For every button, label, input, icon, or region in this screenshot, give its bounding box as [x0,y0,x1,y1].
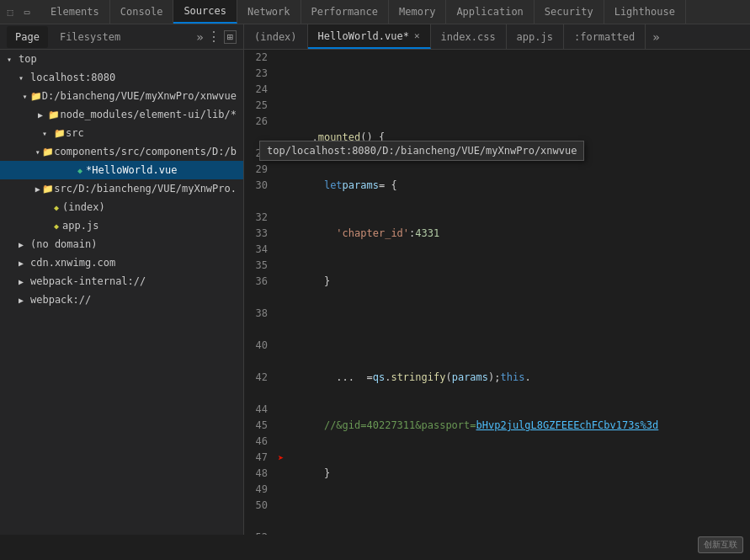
arrow-top: ▾ [7,55,19,64]
file-tab-helloworld[interactable]: HelloWorld.vue* ✕ [308,24,431,49]
file-icon-helloworld: ◆ [77,166,82,175]
code-lines: , mounted() { let params = { 'chapter_id… [293,50,750,535]
file-tabs: (index) HelloWorld.vue* ✕ index.css app.… [244,24,750,49]
sidebar-label-helloworld: *HelloWorld.vue [86,164,177,176]
line-numbers: 22 23 24 25 26 28 29 30 32 33 34 35 36 3… [244,50,278,535]
more-panel-options[interactable]: » [196,30,203,44]
more-file-tabs[interactable]: » [646,30,666,44]
panel-tab-page[interactable]: Page [7,26,48,48]
code-line-blank1 [300,322,743,338]
arrow-webpack: ▶ [19,296,30,305]
folder-icon-d-biancheng: 📁 [30,91,42,102]
sidebar-item-no-domain[interactable]: ▶ (no domain) [0,235,243,253]
arrow-cdn: ▶ [19,259,30,268]
folder-icon-components: 📁 [42,147,54,157]
folder-icon-src: 📁 [54,128,66,139]
sidebar-label-top: top [19,53,37,65]
arrow-webpack-internal: ▶ [19,277,30,286]
watermark: 创新互联 [698,536,743,553]
sidebar-item-cdn[interactable]: ▶ cdn.xnwimg.com [0,253,243,272]
file-icon-index: ◆ [54,203,59,212]
code-content: 22 23 24 25 26 28 29 30 32 33 34 35 36 3… [244,50,750,535]
arrow-d-biancheng: ▾ [23,92,30,101]
sidebar-item-node-modules[interactable]: ▶ 📁 node_modules/element-ui/lib/* [0,105,243,124]
arrow-no-domain: ▶ [19,240,30,249]
folder-icon-node-modules: 📁 [48,109,60,120]
code-line-29: //&gid=40227311&passport=bHvp2julgL8GZFE… [300,418,743,434]
panel-tab-filesystem[interactable]: Filesystem [51,26,129,48]
tab-network[interactable]: Network [237,0,301,24]
file-tab-formatted-label: :formatted [574,31,635,43]
code-line-24: let params = { [300,178,743,194]
file-tab-appjs[interactable]: app.js [507,24,564,49]
folder-icon-src-d: 📁 [42,184,54,195]
file-tab-helloworld-label: HelloWorld.vue* [318,30,409,42]
sidebar-label-src-d: src/D:/biancheng/VUE/myXnwPro. [54,183,237,195]
code-line-22 [300,82,743,98]
devtools-tab-nav: Elements Console Sources Network Perform… [40,0,747,24]
sources-sidebar: ▾ top ▾ localhost:8080 ▾ 📁 D:/biancheng/… [0,50,244,535]
code-line-28: ... =qs.stringify(params); this. [300,370,743,386]
tab-application[interactable]: Application [446,0,534,24]
file-tab-formatted[interactable]: :formatted [564,24,646,49]
sidebar-item-webpack-internal[interactable]: ▶ webpack-internal:// [0,272,243,291]
sidebar-item-d-biancheng[interactable]: ▾ 📁 D:/biancheng/VUE/myXnwPro/xnwvue [0,87,243,105]
panel-menu-icon[interactable]: ⋮ [207,29,221,45]
code-line-30: } [300,466,743,482]
arrow-node-modules: ▶ [38,110,48,120]
sidebar-label-cdn: cdn.xnwimg.com [30,257,115,269]
sidebar-label-webpack: webpack:// [30,294,91,306]
sidebar-label-components: components/src/components/D:/b [54,146,237,157]
arrow-src-d: ▶ [35,184,42,194]
sidebar-label-index: (index) [62,201,105,213]
inspect-icon[interactable]: ⬚ [3,5,17,19]
arrow-components: ▾ [35,147,42,157]
sidebar-item-appjs[interactable]: ◆ app.js [0,216,243,235]
sidebar-item-components-src[interactable]: ▾ 📁 components/src/components/D:/b [0,142,243,161]
sidebar-item-index[interactable]: ◆ (index) [0,198,243,216]
sidebar-item-webpack[interactable]: ▶ webpack:// [0,291,243,309]
code-editor[interactable]: top/localhost:8080/D:/biancheng/VUE/myXn… [244,50,750,535]
tab-lighthouse[interactable]: Lighthouse [604,0,686,24]
file-tab-index-label: (index) [254,31,297,43]
tab-sources[interactable]: Sources [173,0,237,24]
sidebar-label-d-biancheng: D:/biancheng/VUE/myXnwPro/xnwvue [42,90,237,102]
gutter-column: ➤ [278,50,293,535]
devtools-toolbar: ⬚ ▭ Elements Console Sources Network Per… [0,0,750,24]
file-tab-indexcss-label: index.css [441,31,496,43]
arrow-src: ▾ [42,129,54,138]
sidebar-item-top[interactable]: ▾ top [0,50,243,68]
tooltip: top/localhost:8080/D:/biancheng/VUE/myXn… [259,141,584,161]
sidebar-label-no-domain: (no domain) [30,238,97,250]
sidebar-item-src[interactable]: ▾ 📁 src [0,124,243,142]
sidebar-item-localhost[interactable]: ▾ localhost:8080 [0,68,243,87]
sidebar-label-node-modules: node_modules/element-ui/lib/* [60,109,237,120]
code-line-25: 'chapter_id': 4331 [300,226,743,242]
file-tab-index[interactable]: (index) [244,24,308,49]
sidebar-label-webpack-internal: webpack-internal:// [30,275,146,287]
main-layout: ▾ top ▾ localhost:8080 ▾ 📁 D:/biancheng/… [0,50,750,535]
close-helloworld-tab[interactable]: ✕ [414,30,420,41]
sidebar-label-src: src [66,127,84,139]
panel-toggle-icon[interactable]: ⊞ [224,30,237,44]
code-line-26: } [300,274,743,290]
tab-console[interactable]: Console [110,0,174,24]
debug-arrow-line47: ➤ [278,450,293,466]
toolbar-icons: ⬚ ▭ [3,5,34,19]
file-tab-appjs-label: app.js [517,31,553,43]
tab-elements[interactable]: Elements [40,0,110,24]
sidebar-label-appjs: app.js [62,220,98,232]
tab-performance[interactable]: Performance [301,0,389,24]
sidebar-item-helloworld[interactable]: ◆ *HelloWorld.vue [0,161,243,179]
tab-security[interactable]: Security [535,0,604,24]
sidebar-label-localhost: localhost:8080 [30,72,115,83]
file-tab-indexcss[interactable]: index.css [431,24,507,49]
device-icon[interactable]: ▭ [20,5,34,19]
file-icon-appjs: ◆ [54,221,59,231]
sidebar-item-src-d[interactable]: ▶ 📁 src/D:/biancheng/VUE/myXnwPro. [0,179,243,198]
code-line-blank2 [300,514,743,530]
tab-memory[interactable]: Memory [389,0,446,24]
arrow-localhost: ▾ [19,73,30,83]
